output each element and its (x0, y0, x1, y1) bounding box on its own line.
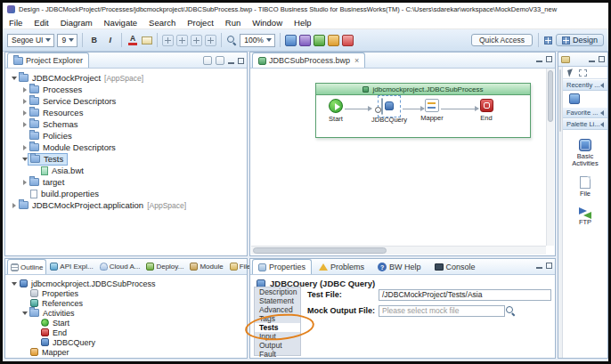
menu-window[interactable]: Window (252, 18, 282, 28)
tab-jdbcsubprocess-bwp[interactable]: JDBCSubProcess.bwp × (252, 53, 365, 68)
font-color-button[interactable]: A (126, 35, 139, 45)
outline-item-references[interactable]: References (20, 298, 247, 308)
zoom-combo[interactable]: 100% (240, 34, 275, 47)
bold-button[interactable]: B (87, 33, 101, 47)
menu-project[interactable]: Project (187, 18, 214, 28)
outline-item-start[interactable]: Start (31, 318, 247, 328)
tab-cloud[interactable]: Cloud A... (97, 259, 143, 274)
mock-output-input[interactable]: Please select mock file (379, 305, 505, 317)
side-tab-output[interactable]: Output (255, 341, 300, 350)
menu-navigate[interactable]: Navigate (104, 18, 138, 28)
side-tab-statement[interactable]: Statement (255, 296, 300, 305)
close-icon[interactable]: × (354, 56, 359, 65)
tree-item-application[interactable]: JDBCMockProject.application [AppSpace] (10, 199, 247, 211)
tree-item-asia-bwt[interactable]: Asia.bwt (31, 165, 247, 176)
tree-item-resources[interactable]: Resources (20, 107, 247, 118)
browse-search-icon[interactable] (505, 305, 516, 316)
align-left-icon[interactable] (162, 35, 174, 46)
tree-item-policies[interactable]: Policies (20, 130, 247, 142)
align-center-icon[interactable] (176, 35, 188, 46)
expander-icon[interactable] (20, 87, 29, 93)
save-icon[interactable] (299, 35, 311, 46)
recent-activity-icon[interactable] (569, 93, 580, 104)
expander-icon[interactable] (20, 145, 29, 150)
new-wizard-icon[interactable] (285, 35, 297, 46)
expander-icon[interactable] (20, 99, 29, 104)
debug-icon[interactable] (342, 35, 354, 46)
tree-item-build-properties[interactable]: build.properties (20, 188, 247, 199)
selection-tool-icon[interactable] (567, 69, 574, 77)
expander-icon[interactable] (20, 122, 29, 127)
side-tab-input[interactable]: Input (255, 332, 300, 341)
node-start[interactable]: Start (316, 99, 355, 123)
validate-icon[interactable] (328, 35, 339, 46)
minimize-icon[interactable] (228, 62, 234, 64)
node-end[interactable]: End (467, 99, 506, 122)
expander-icon[interactable] (20, 311, 29, 315)
scrollbar-thumb[interactable] (253, 247, 387, 254)
distribute-icon[interactable] (191, 35, 202, 46)
menu-edit[interactable]: Edit (34, 18, 48, 28)
menu-file[interactable]: File (9, 18, 22, 28)
tree-item-service-descriptors[interactable]: Service Descriptors (20, 95, 247, 107)
minimize-icon[interactable] (536, 61, 542, 62)
test-file-input[interactable]: /JDBCMockProject/Tests/Asia (379, 289, 551, 301)
palette-entry-file[interactable]: File (563, 176, 607, 198)
horizontal-scrollbar[interactable] (251, 246, 546, 255)
minimize-icon[interactable] (589, 61, 595, 62)
menu-help[interactable]: Help (294, 18, 312, 28)
palette-section-recently[interactable]: Recently ... (563, 79, 607, 91)
maximize-icon[interactable] (599, 56, 605, 62)
side-tab-tests[interactable]: Tests (255, 323, 300, 332)
tab-deployment[interactable]: Deploy... (143, 259, 186, 274)
snap-grid-icon[interactable] (205, 35, 216, 46)
side-tab-fault[interactable]: Fault (255, 350, 300, 359)
outline-item-process[interactable]: jdbcmockproject.JDBCSubProcess (10, 279, 247, 288)
minimize-icon[interactable] (536, 267, 542, 269)
tree-item-target[interactable]: target (20, 176, 247, 188)
tab-api-explorer[interactable]: API Expl... (47, 259, 95, 274)
outline-item-jdbcquery[interactable]: JDBCQuery (31, 337, 247, 347)
transition-arrow[interactable] (345, 109, 371, 109)
menu-run[interactable]: Run (225, 18, 240, 28)
scrollbar-thumb[interactable] (548, 70, 553, 122)
collapse-all-icon[interactable] (203, 56, 212, 65)
process-header[interactable]: jdbcmockproject.JDBCSubProcess (316, 84, 530, 95)
tab-outline[interactable]: Outline (7, 259, 46, 274)
tab-module[interactable]: Module (187, 259, 225, 274)
transition-arrow[interactable] (441, 109, 478, 109)
quick-access-button[interactable]: Quick Access (471, 34, 533, 46)
maximize-icon[interactable] (238, 58, 244, 64)
tab-problems[interactable]: Problems (313, 259, 371, 274)
maximize-icon[interactable] (546, 263, 552, 269)
font-size-combo[interactable]: 9 (57, 34, 77, 47)
start-icon[interactable] (329, 99, 343, 113)
open-perspective-icon[interactable] (544, 36, 552, 44)
tree-item-jdbcmockproject[interactable]: JDBCMockProject [AppSpace] (10, 72, 247, 84)
expander-icon[interactable] (20, 158, 29, 161)
side-tab-advanced[interactable]: Advanced (255, 305, 300, 314)
scrollbar-thumb[interactable] (559, 69, 561, 132)
italic-button[interactable]: I (103, 33, 117, 47)
fill-color-button[interactable] (142, 36, 152, 44)
node-mapper[interactable]: Mapper (412, 99, 452, 122)
tab-bw-help[interactable]: ? BW Help (371, 259, 428, 274)
menu-search[interactable]: Search (149, 18, 175, 28)
node-jdbcquery[interactable]: JDBCQuery (370, 99, 409, 124)
menu-diagram[interactable]: Diagram (61, 18, 93, 28)
tab-project-explorer[interactable]: Project Explorer (7, 53, 89, 68)
transition-arrow[interactable] (403, 109, 424, 109)
tree-item-module-descriptors[interactable]: Module Descriptors (20, 142, 247, 153)
palette-section-favorite[interactable]: Favorite ... (563, 107, 607, 118)
process-canvas[interactable]: jdbcmockproject.JDBCSubProcess Start JDB… (251, 69, 554, 255)
expander-icon[interactable] (10, 77, 18, 80)
outline-item-activities[interactable]: Activities (20, 308, 247, 318)
palette-section-library[interactable]: Palette Li... (563, 118, 607, 130)
vertical-scrollbar[interactable] (546, 69, 554, 246)
run-icon[interactable] (314, 35, 325, 46)
tree-item-tests[interactable]: Tests (20, 153, 247, 165)
outline-item-end[interactable]: End (31, 328, 247, 337)
expander-icon[interactable] (20, 180, 29, 185)
outline-item-mapper[interactable]: Mapper (20, 347, 247, 357)
expander-icon[interactable] (10, 282, 18, 286)
